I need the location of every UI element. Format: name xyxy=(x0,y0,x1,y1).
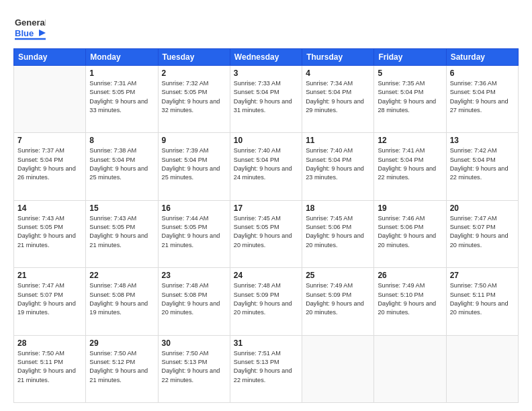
sun-info: Sunrise: 7:44 AMSunset: 5:05 PMDaylight:… xyxy=(162,214,226,250)
calendar-cell: 11Sunrise: 7:40 AMSunset: 5:04 PMDayligh… xyxy=(302,133,374,200)
calendar-cell: 26Sunrise: 7:49 AMSunset: 5:10 PMDayligh… xyxy=(374,268,446,335)
day-number: 30 xyxy=(162,338,226,348)
weekday-header-wednesday: Wednesday xyxy=(230,49,302,66)
calendar-cell: 28Sunrise: 7:50 AMSunset: 5:11 PMDayligh… xyxy=(14,335,86,402)
sun-info: Sunrise: 7:48 AMSunset: 5:09 PMDaylight:… xyxy=(234,281,298,317)
svg-text:Blue: Blue xyxy=(15,28,34,38)
sun-info: Sunrise: 7:40 AMSunset: 5:04 PMDaylight:… xyxy=(234,146,298,182)
calendar-cell: 10Sunrise: 7:40 AMSunset: 5:04 PMDayligh… xyxy=(230,133,302,200)
day-number: 20 xyxy=(450,203,515,213)
calendar-cell: 25Sunrise: 7:49 AMSunset: 5:09 PMDayligh… xyxy=(302,268,374,335)
week-row-0: 1Sunrise: 7:31 AMSunset: 5:05 PMDaylight… xyxy=(14,66,519,133)
weekday-header-thursday: Thursday xyxy=(302,49,374,66)
calendar-cell: 4Sunrise: 7:34 AMSunset: 5:04 PMDaylight… xyxy=(302,66,374,133)
calendar-cell: 2Sunrise: 7:32 AMSunset: 5:05 PMDaylight… xyxy=(158,66,230,133)
calendar-cell: 15Sunrise: 7:43 AMSunset: 5:05 PMDayligh… xyxy=(86,200,158,267)
calendar-cell: 24Sunrise: 7:48 AMSunset: 5:09 PMDayligh… xyxy=(230,268,302,335)
weekday-header-saturday: Saturday xyxy=(446,49,518,66)
calendar-cell: 7Sunrise: 7:37 AMSunset: 5:04 PMDaylight… xyxy=(14,133,86,200)
day-number: 8 xyxy=(89,136,154,145)
svg-marker-3 xyxy=(39,30,46,36)
week-row-4: 28Sunrise: 7:50 AMSunset: 5:11 PMDayligh… xyxy=(14,335,519,402)
day-number: 14 xyxy=(17,203,82,213)
sun-info: Sunrise: 7:41 AMSunset: 5:04 PMDaylight:… xyxy=(378,146,442,182)
page: General Blue SundayMondayTuesdayWednesda… xyxy=(0,0,532,411)
calendar-cell: 22Sunrise: 7:48 AMSunset: 5:08 PMDayligh… xyxy=(86,268,158,335)
sun-info: Sunrise: 7:43 AMSunset: 5:05 PMDaylight:… xyxy=(17,214,82,250)
day-number: 13 xyxy=(450,136,515,145)
sun-info: Sunrise: 7:32 AMSunset: 5:05 PMDaylight:… xyxy=(162,79,226,115)
calendar-cell: 12Sunrise: 7:41 AMSunset: 5:04 PMDayligh… xyxy=(374,133,446,200)
calendar-cell: 18Sunrise: 7:45 AMSunset: 5:06 PMDayligh… xyxy=(302,200,374,267)
day-number: 6 xyxy=(450,68,515,78)
day-number: 2 xyxy=(162,68,226,78)
sun-info: Sunrise: 7:50 AMSunset: 5:13 PMDaylight:… xyxy=(162,349,226,385)
sun-info: Sunrise: 7:49 AMSunset: 5:10 PMDaylight:… xyxy=(378,281,442,317)
calendar-table: SundayMondayTuesdayWednesdayThursdayFrid… xyxy=(13,48,519,403)
sun-info: Sunrise: 7:45 AMSunset: 5:05 PMDaylight:… xyxy=(234,214,298,250)
sun-info: Sunrise: 7:33 AMSunset: 5:04 PMDaylight:… xyxy=(234,79,298,115)
svg-text:General: General xyxy=(15,17,46,28)
day-number: 26 xyxy=(378,271,442,280)
day-number: 16 xyxy=(162,203,226,213)
sun-info: Sunrise: 7:51 AMSunset: 5:13 PMDaylight:… xyxy=(234,349,298,385)
calendar-cell: 30Sunrise: 7:50 AMSunset: 5:13 PMDayligh… xyxy=(158,335,230,402)
week-row-2: 14Sunrise: 7:43 AMSunset: 5:05 PMDayligh… xyxy=(14,200,519,267)
sun-info: Sunrise: 7:35 AMSunset: 5:04 PMDaylight:… xyxy=(378,79,442,115)
day-number: 19 xyxy=(378,203,442,213)
day-number: 24 xyxy=(234,271,298,280)
day-number: 3 xyxy=(234,68,298,78)
week-row-3: 21Sunrise: 7:47 AMSunset: 5:07 PMDayligh… xyxy=(14,268,519,335)
day-number: 15 xyxy=(89,203,154,213)
calendar-cell: 17Sunrise: 7:45 AMSunset: 5:05 PMDayligh… xyxy=(230,200,302,267)
sun-info: Sunrise: 7:31 AMSunset: 5:05 PMDaylight:… xyxy=(89,79,154,115)
calendar-cell: 31Sunrise: 7:51 AMSunset: 5:13 PMDayligh… xyxy=(230,335,302,402)
logo-icon: General Blue xyxy=(13,12,46,42)
calendar-cell: 9Sunrise: 7:39 AMSunset: 5:04 PMDaylight… xyxy=(158,133,230,200)
day-number: 27 xyxy=(450,271,515,280)
sun-info: Sunrise: 7:47 AMSunset: 5:07 PMDaylight:… xyxy=(17,281,82,317)
sun-info: Sunrise: 7:50 AMSunset: 5:12 PMDaylight:… xyxy=(89,349,154,385)
calendar-cell xyxy=(446,335,518,402)
weekday-header-row: SundayMondayTuesdayWednesdayThursdayFrid… xyxy=(14,49,519,66)
calendar-cell: 5Sunrise: 7:35 AMSunset: 5:04 PMDaylight… xyxy=(374,66,446,133)
sun-info: Sunrise: 7:46 AMSunset: 5:06 PMDaylight:… xyxy=(378,214,442,250)
weekday-header-friday: Friday xyxy=(374,49,446,66)
sun-info: Sunrise: 7:48 AMSunset: 5:08 PMDaylight:… xyxy=(162,281,226,317)
calendar-cell: 21Sunrise: 7:47 AMSunset: 5:07 PMDayligh… xyxy=(14,268,86,335)
sun-info: Sunrise: 7:49 AMSunset: 5:09 PMDaylight:… xyxy=(306,281,370,317)
day-number: 5 xyxy=(378,68,442,78)
calendar-cell: 27Sunrise: 7:50 AMSunset: 5:11 PMDayligh… xyxy=(446,268,518,335)
day-number: 21 xyxy=(17,271,82,280)
calendar-cell: 1Sunrise: 7:31 AMSunset: 5:05 PMDaylight… xyxy=(86,66,158,133)
sun-info: Sunrise: 7:36 AMSunset: 5:04 PMDaylight:… xyxy=(450,79,515,115)
calendar-cell: 20Sunrise: 7:47 AMSunset: 5:07 PMDayligh… xyxy=(446,200,518,267)
day-number: 22 xyxy=(89,271,154,280)
sun-info: Sunrise: 7:40 AMSunset: 5:04 PMDaylight:… xyxy=(306,146,370,182)
day-number: 18 xyxy=(306,203,370,213)
calendar-cell: 19Sunrise: 7:46 AMSunset: 5:06 PMDayligh… xyxy=(374,200,446,267)
calendar-cell: 6Sunrise: 7:36 AMSunset: 5:04 PMDaylight… xyxy=(446,66,518,133)
calendar-cell xyxy=(302,335,374,402)
day-number: 25 xyxy=(306,271,370,280)
calendar-cell xyxy=(374,335,446,402)
day-number: 17 xyxy=(234,203,298,213)
day-number: 31 xyxy=(234,338,298,348)
sun-info: Sunrise: 7:38 AMSunset: 5:04 PMDaylight:… xyxy=(89,146,154,182)
day-number: 1 xyxy=(89,68,154,78)
day-number: 29 xyxy=(89,338,154,348)
sun-info: Sunrise: 7:34 AMSunset: 5:04 PMDaylight:… xyxy=(306,79,370,115)
sun-info: Sunrise: 7:43 AMSunset: 5:05 PMDaylight:… xyxy=(89,214,154,250)
day-number: 28 xyxy=(17,338,82,348)
sun-info: Sunrise: 7:50 AMSunset: 5:11 PMDaylight:… xyxy=(450,281,515,317)
day-number: 23 xyxy=(162,271,226,280)
day-number: 12 xyxy=(378,136,442,145)
calendar-cell: 16Sunrise: 7:44 AMSunset: 5:05 PMDayligh… xyxy=(158,200,230,267)
day-number: 7 xyxy=(17,136,82,145)
sun-info: Sunrise: 7:42 AMSunset: 5:04 PMDaylight:… xyxy=(450,146,515,182)
calendar-cell: 29Sunrise: 7:50 AMSunset: 5:12 PMDayligh… xyxy=(86,335,158,402)
weekday-header-tuesday: Tuesday xyxy=(158,49,230,66)
calendar-cell: 23Sunrise: 7:48 AMSunset: 5:08 PMDayligh… xyxy=(158,268,230,335)
calendar-cell: 3Sunrise: 7:33 AMSunset: 5:04 PMDaylight… xyxy=(230,66,302,133)
day-number: 10 xyxy=(234,136,298,145)
